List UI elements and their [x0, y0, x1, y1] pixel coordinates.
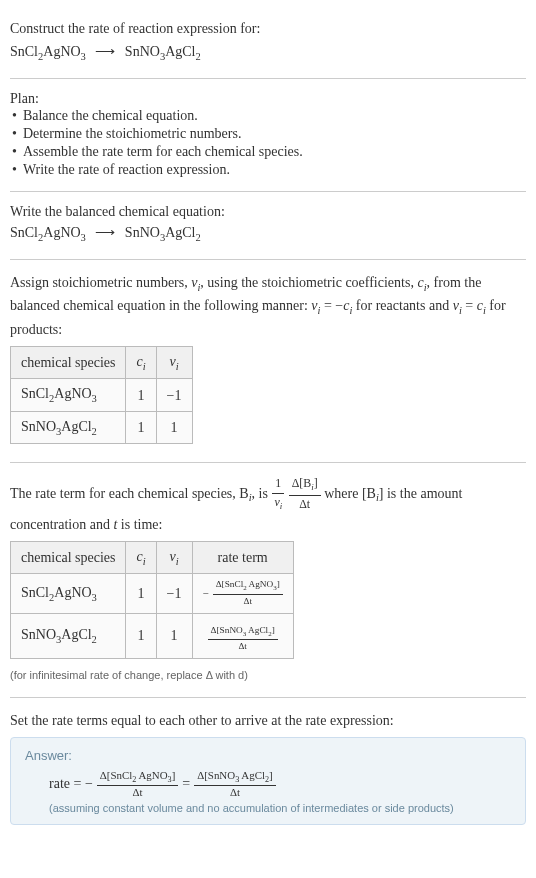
frac-text: ] [314, 476, 318, 490]
species-sub: 2 [92, 426, 97, 437]
frac-text: Δ[SnCl [216, 579, 244, 589]
product-1: SnNO [125, 44, 160, 59]
species-cell: SnNO3AgCl2 [11, 613, 126, 658]
answer-box: Answer: rate = − Δ[SnCl2 AgNO3] Δt = Δ[S… [10, 737, 526, 824]
rate-term-table: chemical species ci νi rate term SnCl2Ag… [10, 541, 294, 659]
frac-text: AgNO [247, 579, 274, 589]
plan-item-text: Determine the stoichiometric numbers. [23, 126, 242, 142]
species-sub: 2 [92, 634, 97, 645]
divider [10, 191, 526, 192]
given-equation: SnCl2AgNO3 ⟶ SnNO3AgCl2 [10, 39, 526, 66]
table-header-row: chemical species ci νi rate term [11, 541, 294, 574]
answer-note: (assuming constant volume and no accumul… [25, 798, 511, 814]
reactant-2: AgNO [43, 44, 80, 59]
nu-cell: 1 [156, 613, 192, 658]
rate-text: where [B [324, 486, 376, 501]
plan-title: Plan: [10, 91, 526, 107]
plan-item: •Write the rate of reaction expression. [12, 161, 526, 179]
arrow-icon: ⟶ [95, 44, 115, 59]
c-cell: 1 [126, 613, 156, 658]
species-text: SnCl [21, 585, 49, 600]
frac-text: Δt [299, 497, 310, 511]
reactant-1: SnCl [10, 225, 38, 240]
rate-term-cell: − Δ[SnCl2 AgNO3] Δt [192, 574, 293, 613]
denominator: Δt [235, 640, 250, 654]
rate-text: , is [252, 486, 272, 501]
species-sub: 3 [92, 393, 97, 404]
table-row: SnNO3AgCl2 1 1 [11, 411, 193, 444]
species-cell: SnNO3AgCl2 [11, 411, 126, 444]
equals: = [182, 776, 190, 792]
bullet-icon: • [12, 126, 17, 142]
denominator: νi [271, 494, 285, 514]
stoich-text: = [462, 298, 477, 313]
fraction: Δ[SnCl2 AgNO3] Δt [97, 769, 179, 797]
final-section: Set the rate terms equal to each other t… [10, 702, 526, 832]
sub-i: i [280, 502, 282, 512]
header-section: Construct the rate of reaction expressio… [10, 10, 526, 74]
sub-i: i [143, 360, 146, 371]
bullet-icon: • [12, 144, 17, 160]
product-2: AgCl [165, 225, 195, 240]
product-2-sub: 2 [195, 51, 200, 62]
plan-item: •Balance the chemical equation. [12, 107, 526, 125]
table-header: ci [126, 346, 156, 379]
divider [10, 78, 526, 79]
rate-text: is time: [117, 517, 162, 532]
numerator: 1 [272, 475, 284, 494]
fraction: Δ[SnCl2 AgNO3] Δt [213, 578, 283, 608]
c-cell: 1 [126, 411, 156, 444]
frac-text: ] [269, 769, 273, 781]
reactant-2-sub: 3 [81, 232, 86, 243]
infinitesimal-note: (for infinitesimal rate of change, repla… [10, 665, 526, 686]
frac-text: ] [272, 625, 275, 635]
stoichiometry-section: Assign stoichiometric numbers, νi, using… [10, 264, 526, 459]
balanced-title: Write the balanced chemical equation: [10, 204, 526, 220]
rate-term-section: The rate term for each chemical species,… [10, 467, 526, 693]
stoich-text: for reactants and [352, 298, 452, 313]
frac-text: ] [277, 579, 280, 589]
table-row: SnCl2AgNO3 1 −1 [11, 379, 193, 412]
answer-label: Answer: [25, 748, 511, 763]
nu-cell: 1 [156, 411, 192, 444]
numerator: Δ[SnCl2 AgNO3] [213, 578, 283, 594]
denominator: Δt [240, 595, 255, 609]
plan-item-text: Balance the chemical equation. [23, 108, 198, 124]
c-cell: 1 [126, 379, 156, 412]
table-row: SnCl2AgNO3 1 −1 − Δ[SnCl2 AgNO3] Δt [11, 574, 294, 613]
numerator: Δ[SnNO3 AgCl2] [208, 624, 278, 640]
numerator: Δ[SnCl2 AgNO3] [97, 769, 179, 785]
sub-i: i [176, 360, 179, 371]
frac-text: AgCl [246, 625, 268, 635]
frac-text: Δ[SnCl [100, 769, 132, 781]
plan-item: •Assemble the rate term for each chemica… [12, 143, 526, 161]
product-2: AgCl [165, 44, 195, 59]
fraction: Δ[Bi] Δt [289, 475, 321, 514]
species-cell: SnCl2AgNO3 [11, 574, 126, 613]
denominator: Δt [130, 786, 146, 798]
answer-expression: rate = − Δ[SnCl2 AgNO3] Δt = Δ[SnNO3 AgC… [25, 769, 276, 797]
species-text: SnNO [21, 627, 56, 642]
divider [10, 259, 526, 260]
species-text: AgNO [54, 386, 91, 401]
divider [10, 462, 526, 463]
fraction: Δ[SnNO3 AgCl2] Δt [208, 624, 278, 654]
species-sub: 3 [92, 592, 97, 603]
table-row: SnNO3AgCl2 1 1 Δ[SnNO3 AgCl2] Δt [11, 613, 294, 658]
table-header: chemical species [11, 346, 126, 379]
species-cell: SnCl2AgNO3 [11, 379, 126, 412]
sub-i: i [176, 556, 179, 567]
frac-text: ] [172, 769, 176, 781]
table-header: ci [126, 541, 156, 574]
rate-prefix: rate = − [49, 776, 93, 792]
numerator: Δ[Bi] [289, 475, 321, 496]
table-header: chemical species [11, 541, 126, 574]
plan-list: •Balance the chemical equation. •Determi… [10, 107, 526, 179]
species-text: SnNO [21, 419, 56, 434]
plan-item: •Determine the stoichiometric numbers. [12, 125, 526, 143]
nu-cell: −1 [156, 574, 192, 613]
plan-item-text: Write the rate of reaction expression. [23, 162, 230, 178]
frac-text: AgCl [239, 769, 265, 781]
table-header: rate term [192, 541, 293, 574]
species-text: AgCl [61, 419, 91, 434]
